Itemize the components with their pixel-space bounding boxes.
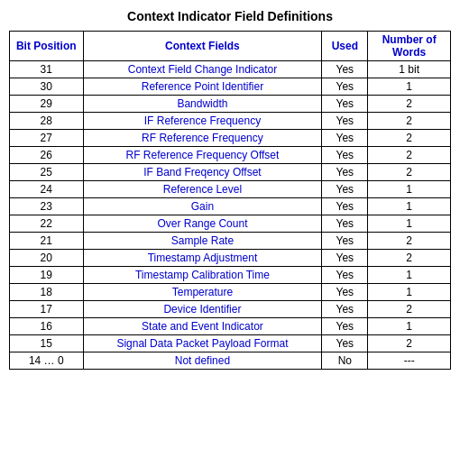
used-cell: Yes <box>322 233 368 250</box>
used-cell: Yes <box>322 181 368 198</box>
context-field-cell: Bandwidth <box>83 96 322 113</box>
col-header-used: Used <box>322 32 368 61</box>
context-field-cell: Not defined <box>83 352 322 370</box>
words-cell: 1 <box>368 267 451 284</box>
used-cell: Yes <box>322 250 368 267</box>
words-cell: 2 <box>368 96 451 113</box>
table-row: 20Timestamp AdjustmentYes2 <box>10 250 451 267</box>
words-cell: 2 <box>368 113 451 130</box>
table-row: 30Reference Point IdentifierYes1 <box>10 78 451 96</box>
context-field-cell: RF Reference Frequency <box>83 130 322 147</box>
table-row: 28IF Reference FrequencyYes2 <box>10 113 451 130</box>
context-field-cell: Sample Rate <box>83 233 322 250</box>
table-row: 17Device IdentifierYes2 <box>10 301 451 318</box>
words-cell: 2 <box>368 164 451 181</box>
bit-position-cell: 21 <box>10 233 84 250</box>
bit-position-cell: 15 <box>10 335 84 352</box>
used-cell: Yes <box>322 78 368 96</box>
bit-position-cell: 29 <box>10 96 84 113</box>
bit-position-cell: 19 <box>10 267 84 284</box>
col-header-number-of-words: Number ofWords <box>368 32 451 61</box>
words-cell: 2 <box>368 301 451 318</box>
table-row: 22Over Range CountYes1 <box>10 215 451 233</box>
table-row: 26RF Reference Frequency OffsetYes2 <box>10 147 451 164</box>
table-row: 21Sample RateYes2 <box>10 233 451 250</box>
context-field-cell: Context Field Change Indicator <box>83 61 322 78</box>
context-field-cell: Reference Level <box>83 181 322 198</box>
context-field-cell: Temperature <box>83 284 322 301</box>
words-cell: 2 <box>368 233 451 250</box>
bit-position-cell: 16 <box>10 318 84 335</box>
used-cell: Yes <box>322 113 368 130</box>
col-header-context-fields: Context Fields <box>83 32 322 61</box>
table-row: 29BandwidthYes2 <box>10 96 451 113</box>
context-field-cell: IF Band Freqency Offset <box>83 164 322 181</box>
context-field-cell: Over Range Count <box>83 215 322 233</box>
table-row: 24Reference LevelYes1 <box>10 181 451 198</box>
definitions-table: Bit Position Context Fields Used Number … <box>9 31 451 370</box>
bit-position-cell: 25 <box>10 164 84 181</box>
table-row: 18TemperatureYes1 <box>10 284 451 301</box>
words-cell: 2 <box>368 335 451 352</box>
bit-position-cell: 17 <box>10 301 84 318</box>
table-row: 23GainYes1 <box>10 198 451 215</box>
context-field-cell: Timestamp Calibration Time <box>83 267 322 284</box>
context-field-cell: Gain <box>83 198 322 215</box>
bit-position-cell: 24 <box>10 181 84 198</box>
context-field-cell: IF Reference Frequency <box>83 113 322 130</box>
used-cell: Yes <box>322 130 368 147</box>
used-cell: Yes <box>322 61 368 78</box>
used-cell: Yes <box>322 284 368 301</box>
bit-position-cell: 31 <box>10 61 84 78</box>
words-cell: --- <box>368 352 451 370</box>
used-cell: Yes <box>322 267 368 284</box>
context-field-cell: State and Event Indicator <box>83 318 322 335</box>
bit-position-cell: 22 <box>10 215 84 233</box>
context-field-cell: RF Reference Frequency Offset <box>83 147 322 164</box>
context-field-cell: Timestamp Adjustment <box>83 250 322 267</box>
words-cell: 1 bit <box>368 61 451 78</box>
bit-position-cell: 30 <box>10 78 84 96</box>
words-cell: 1 <box>368 284 451 301</box>
bit-position-cell: 14 … 0 <box>10 352 84 370</box>
context-field-cell: Signal Data Packet Payload Format <box>83 335 322 352</box>
table-row: 25IF Band Freqency OffsetYes2 <box>10 164 451 181</box>
bit-position-cell: 23 <box>10 198 84 215</box>
table-row: 19Timestamp Calibration TimeYes1 <box>10 267 451 284</box>
col-header-bit-position: Bit Position <box>10 32 84 61</box>
table-row: 31Context Field Change IndicatorYes1 bit <box>10 61 451 78</box>
used-cell: Yes <box>322 164 368 181</box>
words-cell: 1 <box>368 181 451 198</box>
words-cell: 1 <box>368 318 451 335</box>
used-cell: Yes <box>322 198 368 215</box>
used-cell: Yes <box>322 335 368 352</box>
used-cell: Yes <box>322 147 368 164</box>
table-row: 14 … 0Not definedNo--- <box>10 352 451 370</box>
bit-position-cell: 26 <box>10 147 84 164</box>
words-cell: 1 <box>368 78 451 96</box>
used-cell: Yes <box>322 301 368 318</box>
bit-position-cell: 18 <box>10 284 84 301</box>
table-row: 15Signal Data Packet Payload FormatYes2 <box>10 335 451 352</box>
page-title: Context Indicator Field Definitions <box>127 9 333 23</box>
table-row: 27RF Reference FrequencyYes2 <box>10 130 451 147</box>
bit-position-cell: 28 <box>10 113 84 130</box>
used-cell: Yes <box>322 96 368 113</box>
words-cell: 1 <box>368 215 451 233</box>
words-cell: 1 <box>368 198 451 215</box>
words-cell: 2 <box>368 147 451 164</box>
bit-position-cell: 20 <box>10 250 84 267</box>
words-cell: 2 <box>368 250 451 267</box>
used-cell: Yes <box>322 215 368 233</box>
used-cell: Yes <box>322 318 368 335</box>
bit-position-cell: 27 <box>10 130 84 147</box>
used-cell: No <box>322 352 368 370</box>
words-cell: 2 <box>368 130 451 147</box>
context-field-cell: Device Identifier <box>83 301 322 318</box>
table-row: 16State and Event IndicatorYes1 <box>10 318 451 335</box>
context-field-cell: Reference Point Identifier <box>83 78 322 96</box>
